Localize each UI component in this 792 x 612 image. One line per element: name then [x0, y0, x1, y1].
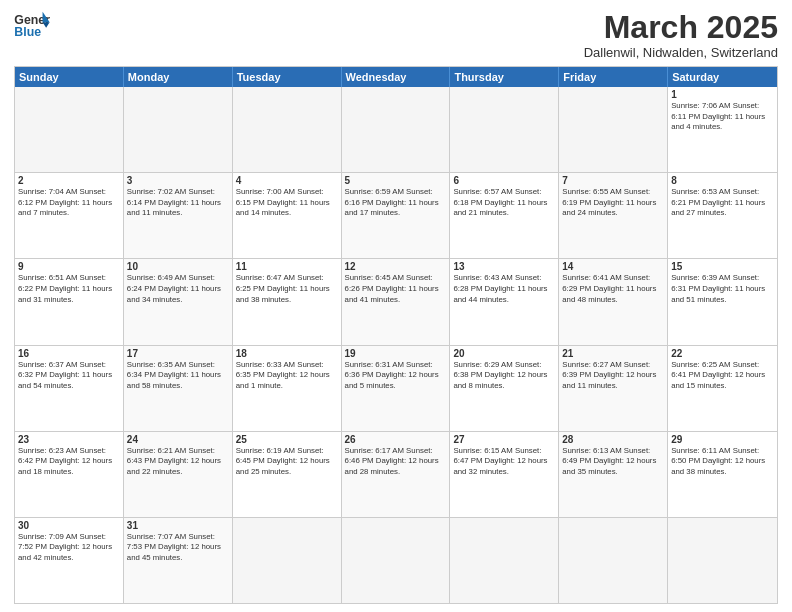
day-cell: 8Sunrise: 6:53 AM Sunset: 6:21 PM Daylig… [668, 173, 777, 258]
day-info: Sunrise: 6:45 AM Sunset: 6:26 PM Dayligh… [345, 273, 447, 305]
day-number: 15 [671, 261, 774, 272]
day-info: Sunrise: 6:49 AM Sunset: 6:24 PM Dayligh… [127, 273, 229, 305]
day-cell [450, 87, 559, 172]
page: General Blue March 2025 Dallenwil, Nidwa… [0, 0, 792, 612]
day-number: 30 [18, 520, 120, 531]
week-row: 30Sunrise: 7:09 AM Sunset: 7:52 PM Dayli… [15, 518, 777, 603]
day-cell: 6Sunrise: 6:57 AM Sunset: 6:18 PM Daylig… [450, 173, 559, 258]
day-info: Sunrise: 7:06 AM Sunset: 6:11 PM Dayligh… [671, 101, 774, 133]
day-cell: 27Sunrise: 6:15 AM Sunset: 6:47 PM Dayli… [450, 432, 559, 517]
day-info: Sunrise: 7:00 AM Sunset: 6:15 PM Dayligh… [236, 187, 338, 219]
day-number: 29 [671, 434, 774, 445]
day-info: Sunrise: 6:53 AM Sunset: 6:21 PM Dayligh… [671, 187, 774, 219]
day-number: 13 [453, 261, 555, 272]
day-cell: 30Sunrise: 7:09 AM Sunset: 7:52 PM Dayli… [15, 518, 124, 603]
week-row: 2Sunrise: 7:04 AM Sunset: 6:12 PM Daylig… [15, 173, 777, 259]
day-cell: 10Sunrise: 6:49 AM Sunset: 6:24 PM Dayli… [124, 259, 233, 344]
day-info: Sunrise: 6:21 AM Sunset: 6:43 PM Dayligh… [127, 446, 229, 478]
day-number: 24 [127, 434, 229, 445]
day-number: 31 [127, 520, 229, 531]
day-cell: 12Sunrise: 6:45 AM Sunset: 6:26 PM Dayli… [342, 259, 451, 344]
day-cell: 20Sunrise: 6:29 AM Sunset: 6:38 PM Dayli… [450, 346, 559, 431]
day-cell: 28Sunrise: 6:13 AM Sunset: 6:49 PM Dayli… [559, 432, 668, 517]
day-number: 12 [345, 261, 447, 272]
day-cell: 13Sunrise: 6:43 AM Sunset: 6:28 PM Dayli… [450, 259, 559, 344]
day-info: Sunrise: 6:57 AM Sunset: 6:18 PM Dayligh… [453, 187, 555, 219]
day-info: Sunrise: 6:31 AM Sunset: 6:36 PM Dayligh… [345, 360, 447, 392]
day-header: Monday [124, 67, 233, 87]
day-header: Saturday [668, 67, 777, 87]
day-number: 21 [562, 348, 664, 359]
day-number: 7 [562, 175, 664, 186]
day-cell [15, 87, 124, 172]
day-info: Sunrise: 7:07 AM Sunset: 7:53 PM Dayligh… [127, 532, 229, 564]
day-cell: 19Sunrise: 6:31 AM Sunset: 6:36 PM Dayli… [342, 346, 451, 431]
subtitle: Dallenwil, Nidwalden, Switzerland [584, 45, 778, 60]
day-cell: 18Sunrise: 6:33 AM Sunset: 6:35 PM Dayli… [233, 346, 342, 431]
day-cell [450, 518, 559, 603]
day-cell: 23Sunrise: 6:23 AM Sunset: 6:42 PM Dayli… [15, 432, 124, 517]
day-cell: 22Sunrise: 6:25 AM Sunset: 6:41 PM Dayli… [668, 346, 777, 431]
week-row: 16Sunrise: 6:37 AM Sunset: 6:32 PM Dayli… [15, 346, 777, 432]
day-info: Sunrise: 6:27 AM Sunset: 6:39 PM Dayligh… [562, 360, 664, 392]
day-number: 4 [236, 175, 338, 186]
day-number: 27 [453, 434, 555, 445]
month-title: March 2025 [584, 10, 778, 45]
day-headers: SundayMondayTuesdayWednesdayThursdayFrid… [15, 67, 777, 87]
day-cell: 1Sunrise: 7:06 AM Sunset: 6:11 PM Daylig… [668, 87, 777, 172]
calendar: SundayMondayTuesdayWednesdayThursdayFrid… [14, 66, 778, 604]
day-info: Sunrise: 6:25 AM Sunset: 6:41 PM Dayligh… [671, 360, 774, 392]
week-row: 9Sunrise: 6:51 AM Sunset: 6:22 PM Daylig… [15, 259, 777, 345]
day-info: Sunrise: 6:23 AM Sunset: 6:42 PM Dayligh… [18, 446, 120, 478]
day-cell [342, 87, 451, 172]
day-cell: 31Sunrise: 7:07 AM Sunset: 7:53 PM Dayli… [124, 518, 233, 603]
day-number: 1 [671, 89, 774, 100]
day-info: Sunrise: 6:17 AM Sunset: 6:46 PM Dayligh… [345, 446, 447, 478]
day-cell [559, 518, 668, 603]
day-number: 22 [671, 348, 774, 359]
day-header: Friday [559, 67, 668, 87]
logo-icon: General Blue [14, 10, 50, 40]
day-cell: 29Sunrise: 6:11 AM Sunset: 6:50 PM Dayli… [668, 432, 777, 517]
day-info: Sunrise: 6:43 AM Sunset: 6:28 PM Dayligh… [453, 273, 555, 305]
day-number: 8 [671, 175, 774, 186]
day-number: 3 [127, 175, 229, 186]
day-cell: 7Sunrise: 6:55 AM Sunset: 6:19 PM Daylig… [559, 173, 668, 258]
day-info: Sunrise: 6:29 AM Sunset: 6:38 PM Dayligh… [453, 360, 555, 392]
day-cell: 9Sunrise: 6:51 AM Sunset: 6:22 PM Daylig… [15, 259, 124, 344]
day-header: Wednesday [342, 67, 451, 87]
day-number: 14 [562, 261, 664, 272]
day-number: 28 [562, 434, 664, 445]
day-cell [668, 518, 777, 603]
day-number: 9 [18, 261, 120, 272]
day-cell: 17Sunrise: 6:35 AM Sunset: 6:34 PM Dayli… [124, 346, 233, 431]
day-cell: 4Sunrise: 7:00 AM Sunset: 6:15 PM Daylig… [233, 173, 342, 258]
day-number: 2 [18, 175, 120, 186]
logo: General Blue [14, 10, 50, 40]
day-cell: 16Sunrise: 6:37 AM Sunset: 6:32 PM Dayli… [15, 346, 124, 431]
day-info: Sunrise: 6:15 AM Sunset: 6:47 PM Dayligh… [453, 446, 555, 478]
day-info: Sunrise: 7:09 AM Sunset: 7:52 PM Dayligh… [18, 532, 120, 564]
day-cell [342, 518, 451, 603]
day-info: Sunrise: 6:37 AM Sunset: 6:32 PM Dayligh… [18, 360, 120, 392]
title-block: March 2025 Dallenwil, Nidwalden, Switzer… [584, 10, 778, 60]
week-row: 1Sunrise: 7:06 AM Sunset: 6:11 PM Daylig… [15, 87, 777, 173]
day-info: Sunrise: 6:51 AM Sunset: 6:22 PM Dayligh… [18, 273, 120, 305]
day-number: 23 [18, 434, 120, 445]
day-cell: 14Sunrise: 6:41 AM Sunset: 6:29 PM Dayli… [559, 259, 668, 344]
day-number: 5 [345, 175, 447, 186]
day-info: Sunrise: 6:59 AM Sunset: 6:16 PM Dayligh… [345, 187, 447, 219]
day-number: 16 [18, 348, 120, 359]
day-number: 10 [127, 261, 229, 272]
day-number: 19 [345, 348, 447, 359]
day-info: Sunrise: 7:04 AM Sunset: 6:12 PM Dayligh… [18, 187, 120, 219]
day-header: Sunday [15, 67, 124, 87]
day-number: 18 [236, 348, 338, 359]
day-info: Sunrise: 6:47 AM Sunset: 6:25 PM Dayligh… [236, 273, 338, 305]
day-number: 17 [127, 348, 229, 359]
day-cell: 2Sunrise: 7:04 AM Sunset: 6:12 PM Daylig… [15, 173, 124, 258]
day-info: Sunrise: 6:35 AM Sunset: 6:34 PM Dayligh… [127, 360, 229, 392]
day-info: Sunrise: 7:02 AM Sunset: 6:14 PM Dayligh… [127, 187, 229, 219]
day-cell: 24Sunrise: 6:21 AM Sunset: 6:43 PM Dayli… [124, 432, 233, 517]
day-cell: 25Sunrise: 6:19 AM Sunset: 6:45 PM Dayli… [233, 432, 342, 517]
